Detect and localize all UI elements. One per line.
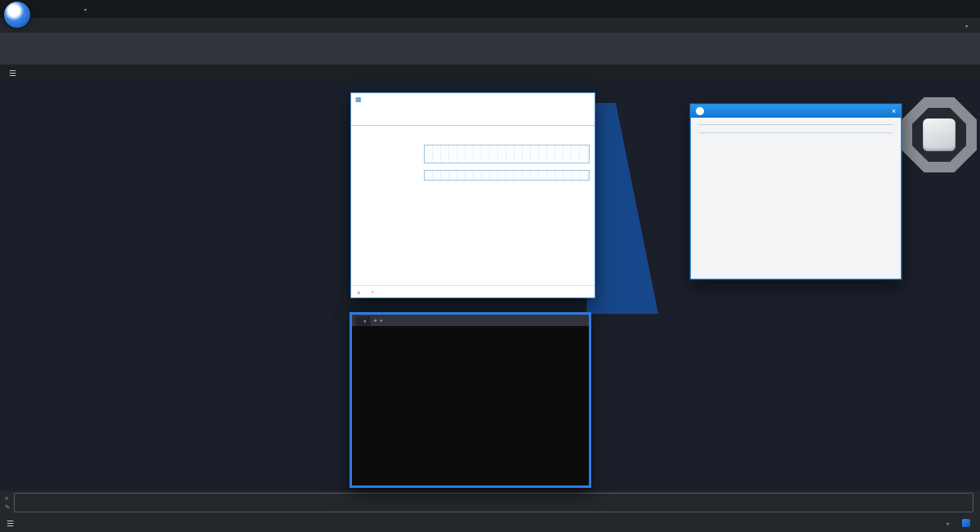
ribbon	[0, 33, 980, 65]
command-input[interactable]	[14, 493, 973, 512]
document-tab-bar: ☰	[0, 65, 980, 81]
performance-sidebar	[351, 126, 420, 287]
view-cube[interactable]	[902, 97, 977, 172]
brand-badge	[962, 519, 973, 527]
graphics-performance-dialog: ×	[690, 104, 902, 279]
title-bar: ▾	[0, 0, 980, 18]
chevron-down-icon: ▾	[965, 24, 968, 29]
task-manager-app-icon: ▦	[355, 96, 362, 103]
gstarcad-logo-icon[interactable]	[4, 2, 30, 28]
app-window: ▾ ▾ ☰	[0, 0, 980, 532]
command-line-panel: × ✎	[0, 491, 980, 514]
dialog-buttons	[699, 270, 893, 274]
close-icon[interactable]: ×	[892, 107, 896, 115]
tab-dropdown-icon[interactable]: ▾	[381, 318, 383, 323]
task-manager-tabs	[351, 114, 595, 126]
hardware-config-group-label	[699, 124, 893, 125]
workspace-switcher[interactable]: ▾	[82, 7, 87, 12]
ribbon-tab-row-right: ▾	[965, 21, 980, 29]
shared-gpu-memory-graph	[424, 170, 590, 181]
task-manager-window: ▦	[351, 93, 595, 297]
new-tab-icon[interactable]: +	[374, 318, 377, 324]
terminal-tab[interactable]: ×	[355, 316, 371, 326]
task-manager-footer: ∧ ◔	[351, 285, 595, 297]
appearance-dropdown[interactable]: ▾	[965, 21, 968, 29]
gstarcad-brand-icon	[962, 519, 970, 527]
document-menu-icon[interactable]: ☰	[3, 69, 22, 78]
dedicated-gpu-memory-graph	[424, 145, 590, 163]
view-cube-top-face[interactable]	[923, 118, 956, 151]
close-command-icon[interactable]: ×	[5, 494, 10, 502]
dialog-title-bar[interactable]: ×	[691, 105, 901, 118]
gstarcad-dialog-logo-icon	[696, 107, 704, 115]
annotation-scale-control[interactable]: ▾	[943, 521, 951, 526]
ribbon-tab-row: ▾	[0, 18, 980, 33]
close-tab-icon[interactable]: ×	[363, 319, 367, 324]
status-bar-right: ▾	[933, 519, 973, 527]
terminal-title-bar[interactable]: × + ▾	[352, 315, 589, 326]
resource-monitor-icon: ◔	[370, 289, 373, 295]
task-manager-title-bar[interactable]: ▦	[351, 93, 595, 105]
open-resource-monitor-link[interactable]: ◔	[370, 289, 373, 295]
chevron-down-icon: ▾	[947, 521, 949, 526]
chevron-down-icon: ▾	[84, 7, 87, 12]
display-settings-group-label	[699, 132, 893, 133]
task-manager-menu-bar	[351, 105, 595, 114]
fewer-details-button[interactable]: ∧	[357, 289, 360, 295]
terminal-window: × + ▾	[350, 313, 590, 487]
customize-command-icon[interactable]: ✎	[5, 503, 10, 511]
gpu-stats	[424, 183, 434, 184]
gpu-panel	[420, 126, 595, 287]
status-menu-icon[interactable]: ☰	[7, 519, 19, 528]
status-bar: ☰ ▾	[0, 514, 980, 532]
terminal-output[interactable]	[352, 326, 589, 331]
